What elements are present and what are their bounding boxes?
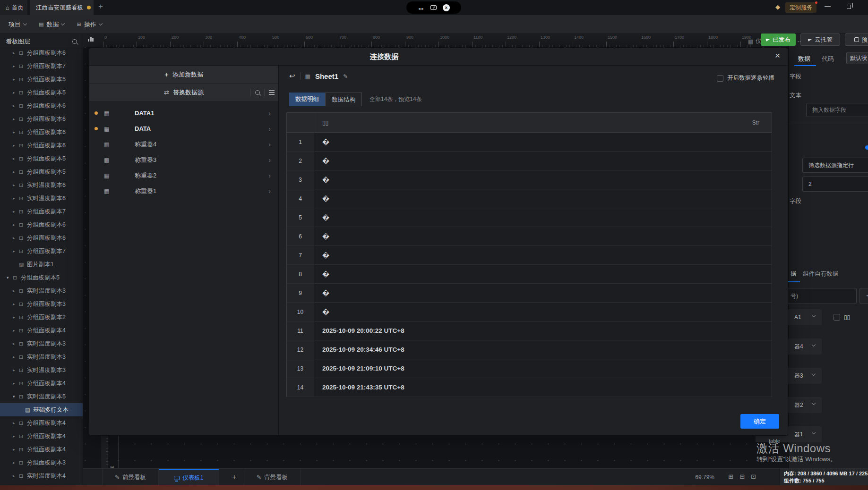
expand-arrow-icon[interactable]	[13, 315, 19, 320]
tree-item[interactable]: 分组面板副本5	[0, 152, 83, 165]
shortcut-icon[interactable]	[739, 473, 745, 480]
close-icon[interactable]: ×	[775, 51, 780, 61]
table-row[interactable]: 5 �	[287, 208, 772, 227]
tree-item[interactable]: 实时温度副本4	[0, 469, 83, 482]
tree-item[interactable]: 分组面板副本6	[0, 139, 83, 152]
expand-arrow-icon[interactable]	[13, 473, 19, 478]
tree-item[interactable]: 实时温度副本3	[0, 350, 83, 363]
vip-diamond-icon[interactable]	[775, 3, 780, 10]
tab-data-detail[interactable]: 数据明细	[289, 93, 325, 106]
default-state-button[interactable]: 默认状	[846, 52, 868, 64]
tree-item[interactable]: 图片副本1	[0, 258, 83, 271]
datasource-item[interactable]: 称重器2 ›	[89, 168, 278, 183]
tab-data[interactable]: 数据	[798, 55, 810, 63]
table-row[interactable]: 9 �	[287, 284, 772, 303]
table-row[interactable]: 10 �	[287, 303, 772, 321]
menu-item[interactable]: 项目	[6, 20, 26, 29]
menu-item[interactable]: 数据	[39, 20, 64, 29]
published-button[interactable]: 已发布	[761, 34, 796, 46]
tree-item[interactable]: 分组面板副本7	[0, 245, 83, 258]
expand-arrow-icon[interactable]	[13, 143, 19, 148]
carousel-checkbox-row[interactable]: 开启数据逐条轮播	[717, 74, 774, 82]
tree-item[interactable]: 分组面板副本5	[0, 73, 83, 86]
collapse-icon[interactable]	[418, 4, 424, 11]
tree-item[interactable]: 实时温度副本6	[0, 192, 83, 205]
cloud-host-button[interactable]: 云托管	[800, 34, 840, 46]
tree-item[interactable]: 实时温度副本3	[0, 363, 83, 377]
table-row[interactable]: 8 �	[287, 265, 772, 284]
expand-arrow-icon[interactable]	[13, 183, 19, 187]
table-row[interactable]: 6 �	[287, 227, 772, 246]
replace-source-button[interactable]: 替换数据源	[89, 84, 278, 101]
expand-arrow-icon[interactable]	[13, 77, 19, 82]
expand-arrow-icon[interactable]	[13, 196, 19, 201]
expand-arrow-icon[interactable]	[13, 368, 19, 372]
tree-item[interactable]: 实时温度副本3	[0, 284, 83, 297]
home-tab[interactable]: 首页	[0, 0, 27, 15]
drag-field-input[interactable]: 拖入数据字段	[806, 103, 868, 117]
table-row[interactable]: 13 2025-10-09 21:09:10 UTC+8	[287, 359, 772, 378]
tree-item[interactable]: 分组面板副本7	[0, 205, 83, 218]
expand-arrow-icon[interactable]	[13, 169, 19, 174]
tree-item[interactable]: 分组面板副本4	[0, 416, 83, 430]
field-checkbox-row[interactable]: ▯▯	[834, 314, 850, 321]
expand-arrow-icon[interactable]	[13, 156, 19, 161]
back-icon[interactable]	[289, 72, 295, 80]
datasource-item[interactable]: 称重器3 ›	[89, 152, 278, 168]
datasource-item[interactable]: DATA1 ›	[89, 105, 278, 121]
toggle-dot[interactable]	[865, 145, 868, 150]
expand-arrow-icon[interactable]	[7, 275, 13, 280]
restore-window-button[interactable]	[847, 5, 851, 9]
tree-item[interactable]: 实时温度副本6	[0, 178, 83, 192]
confirm-button[interactable]: 确定	[740, 414, 779, 429]
tab-foreground-board[interactable]: 前景看板	[102, 469, 159, 486]
tab-dashboard-1[interactable]: 仪表板1	[159, 469, 219, 486]
tree-item[interactable]: 分组面板副本5	[0, 165, 83, 178]
tab-code[interactable]: 代码	[822, 55, 834, 63]
expand-arrow-icon[interactable]	[13, 222, 19, 227]
expand-arrow-icon[interactable]	[13, 288, 19, 293]
fit-view-icon[interactable]	[751, 473, 756, 480]
tree-item[interactable]: 实时温度副本3	[0, 337, 83, 350]
tab-own-data[interactable]: 组件自有数据	[803, 270, 838, 278]
table-row[interactable]: 7 �	[287, 246, 772, 265]
datasource-item[interactable]: DATA ›	[89, 121, 278, 136]
expand-arrow-icon[interactable]	[13, 341, 19, 346]
expand-arrow-icon[interactable]	[13, 421, 19, 425]
expand-arrow-icon[interactable]	[13, 328, 19, 333]
tree-item[interactable]: 分组面板副本3	[0, 456, 83, 469]
custom-service-button[interactable]: 定制服务	[785, 2, 816, 13]
search-icon[interactable]	[255, 90, 260, 95]
expand-arrow-icon[interactable]	[13, 355, 19, 359]
tree-item[interactable]: 分组面板副本5	[0, 86, 83, 99]
expand-arrow-icon[interactable]	[13, 209, 19, 214]
zoom-level[interactable]: 69.79%	[695, 474, 714, 481]
record-stop-icon[interactable]	[443, 4, 450, 11]
expand-arrow-icon[interactable]	[13, 51, 19, 55]
expand-arrow-icon[interactable]	[13, 381, 19, 386]
expand-arrow-icon[interactable]	[13, 460, 19, 465]
expand-arrow-icon[interactable]	[13, 64, 19, 68]
expand-arrow-icon[interactable]	[13, 236, 19, 240]
expand-arrow-icon[interactable]	[13, 394, 19, 399]
datasource-item[interactable]: 称重器1 ›	[89, 183, 278, 199]
filter-row-select[interactable]: 筛选数据源指定行	[802, 158, 868, 173]
filter-icon[interactable]	[269, 90, 275, 91]
datasource-item[interactable]: 称重器4 ›	[89, 136, 278, 152]
tree-item[interactable]: 分组面板副本6	[0, 99, 83, 112]
checkbox[interactable]	[834, 314, 840, 321]
edit-icon[interactable]	[343, 73, 348, 80]
expand-arrow-icon[interactable]	[13, 302, 19, 306]
expand-arrow-icon[interactable]	[13, 434, 19, 439]
table-row[interactable]: 1 �	[287, 133, 772, 152]
expand-arrow-icon[interactable]	[13, 103, 19, 108]
tree-item[interactable]: 分组面板副本6	[0, 231, 83, 245]
menu-item[interactable]: 操作	[77, 20, 102, 29]
cast-icon[interactable]	[430, 5, 437, 10]
expand-arrow-icon[interactable]	[13, 90, 19, 95]
expand-arrow-icon[interactable]	[13, 249, 19, 253]
tree-item[interactable]: 分组面板副本5	[0, 271, 83, 284]
grid-toggle-icon[interactable]	[728, 473, 733, 480]
tree-item[interactable]: 实时温度副本5	[0, 390, 83, 403]
row-number-input[interactable]: 2	[802, 177, 868, 192]
